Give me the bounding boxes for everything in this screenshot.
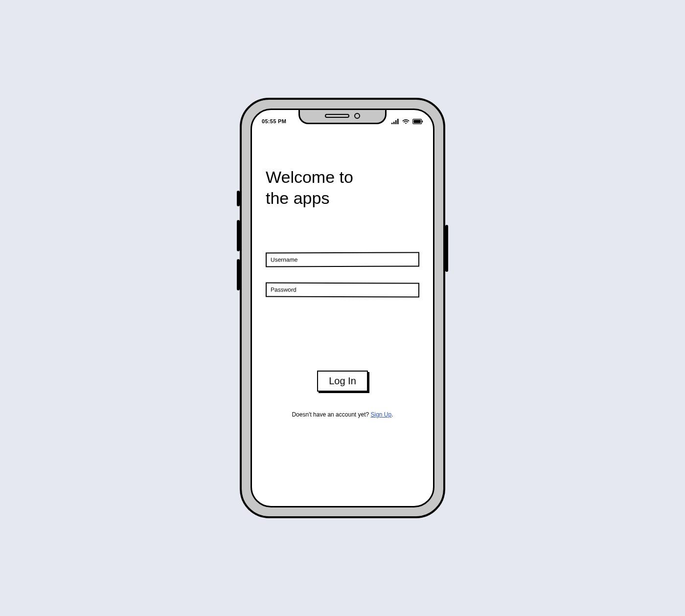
notch <box>298 109 387 124</box>
svg-rect-3 <box>397 119 399 124</box>
title-line-1: Welcome to <box>266 168 353 186</box>
signup-prompt: Doesn't have an account yet? Sign Up. <box>292 411 393 418</box>
login-screen: Welcome to the apps Log In Doesn't have … <box>252 128 433 506</box>
username-input[interactable] <box>266 252 419 267</box>
svg-rect-0 <box>391 123 393 124</box>
signal-icon <box>391 119 399 124</box>
svg-rect-1 <box>393 122 395 124</box>
battery-icon <box>412 119 423 124</box>
password-input[interactable] <box>266 282 419 297</box>
login-form <box>266 252 419 297</box>
status-icons <box>391 119 423 124</box>
title-line-2: the apps <box>266 189 329 207</box>
front-camera-icon <box>354 113 360 119</box>
phone-mockup: 05:55 PM <box>240 98 445 518</box>
wifi-icon <box>402 119 410 124</box>
power-button <box>445 225 448 272</box>
phone-frame: 05:55 PM <box>240 98 445 518</box>
screen: 05:55 PM <box>251 109 434 507</box>
svg-rect-5 <box>413 120 421 123</box>
svg-rect-2 <box>395 120 397 124</box>
login-button[interactable]: Log In <box>317 371 368 392</box>
login-actions: Log In Doesn't have an account yet? Sign… <box>266 371 419 418</box>
status-time: 05:55 PM <box>262 118 286 124</box>
speaker-icon <box>325 114 349 118</box>
svg-rect-6 <box>422 120 423 122</box>
page-title: Welcome to the apps <box>266 167 419 208</box>
signup-prompt-text: Doesn't have an account yet? <box>292 411 370 418</box>
signup-link[interactable]: Sign Up <box>371 411 392 418</box>
